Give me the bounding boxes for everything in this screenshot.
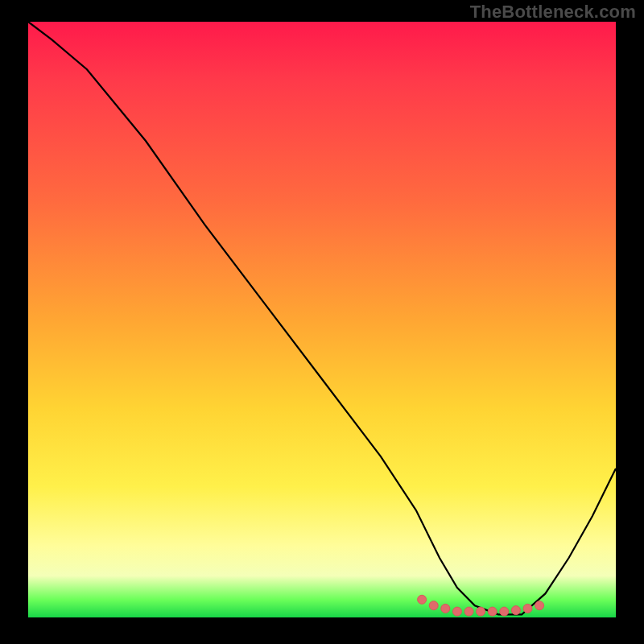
optimal-dot (523, 604, 532, 613)
optimal-dot (535, 601, 544, 610)
bottleneck-curve (28, 22, 616, 614)
optimal-dot (418, 595, 427, 604)
plot-frame (28, 22, 616, 617)
chart-svg (28, 22, 616, 617)
optimal-dot (441, 604, 450, 613)
optimal-dot (429, 601, 438, 610)
optimal-dot (452, 607, 461, 616)
optimal-dot (477, 607, 485, 616)
optimal-dot (500, 607, 509, 616)
chart-container: TheBottleneck.com (0, 0, 644, 644)
optimal-dot (464, 607, 473, 616)
optimal-dot (488, 607, 497, 616)
optimal-dot (511, 606, 520, 615)
watermark-text: TheBottleneck.com (470, 2, 636, 23)
